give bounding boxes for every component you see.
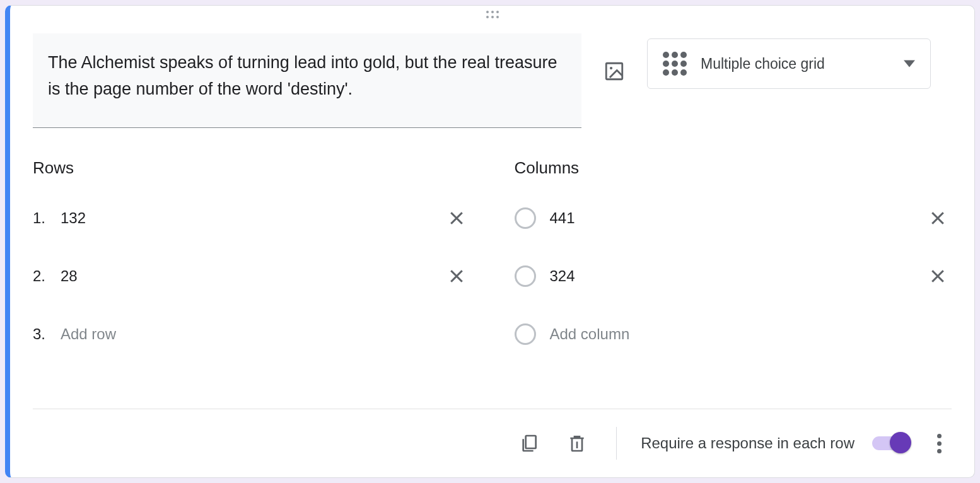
radio-icon [515, 207, 536, 229]
add-column[interactable]: Add column [515, 317, 952, 352]
remove-row-button[interactable] [443, 262, 470, 290]
row-item: 2. 28 [33, 259, 470, 294]
drag-handle[interactable] [33, 6, 952, 21]
column-input[interactable]: 324 [550, 267, 925, 285]
image-icon [604, 61, 625, 82]
question-top-row: The Alchemist speaks of turning lead int… [33, 33, 952, 128]
remove-row-button[interactable] [443, 204, 470, 232]
toggle-knob [890, 432, 911, 453]
question-card: The Alchemist speaks of turning lead int… [5, 5, 975, 478]
more-vertical-icon [937, 434, 942, 438]
columns-column: Columns 441 324 Add column [515, 158, 952, 375]
remove-column-button[interactable] [924, 204, 952, 232]
chevron-down-icon [904, 60, 915, 67]
column-input[interactable]: 441 [550, 209, 925, 227]
svg-rect-0 [606, 63, 622, 79]
rows-title: Rows [33, 158, 470, 178]
close-icon [928, 209, 947, 228]
close-icon [928, 267, 947, 286]
svg-point-1 [610, 67, 612, 69]
question-text-container: The Alchemist speaks of turning lead int… [33, 33, 581, 128]
row-item: 1. 132 [33, 201, 470, 236]
question-type-selector[interactable]: Multiple choice grid [647, 38, 931, 89]
row-input[interactable]: 28 [61, 267, 443, 285]
question-type-label: Multiple choice grid [701, 55, 890, 73]
grid-icon [663, 52, 687, 76]
row-number: 3. [33, 325, 61, 343]
delete-button[interactable] [562, 428, 592, 458]
close-icon [447, 267, 466, 286]
radio-icon [515, 323, 536, 345]
duplicate-icon [519, 433, 539, 453]
add-row-label: Add row [61, 325, 470, 343]
footer-divider [616, 427, 617, 460]
row-number: 2. [33, 267, 61, 285]
row-number: 1. [33, 209, 61, 227]
remove-column-button[interactable] [924, 262, 952, 290]
question-text-input[interactable]: The Alchemist speaks of turning lead int… [33, 33, 581, 128]
drag-dots-icon [486, 11, 499, 18]
close-icon [447, 209, 466, 228]
require-response-label: Require a response in each row [641, 434, 855, 452]
column-item: 324 [515, 259, 952, 294]
add-column-label: Add column [550, 325, 952, 343]
duplicate-button[interactable] [514, 428, 544, 458]
radio-icon [515, 265, 536, 287]
question-footer: Require a response in each row [33, 409, 952, 460]
rows-column: Rows 1. 132 2. 28 3. Add row [33, 158, 470, 375]
row-input[interactable]: 132 [61, 209, 443, 227]
column-item: 441 [515, 201, 952, 236]
more-options-button[interactable] [926, 434, 952, 453]
trash-icon [567, 433, 587, 453]
add-row[interactable]: 3. Add row [33, 317, 470, 352]
columns-title: Columns [515, 158, 952, 178]
require-response-toggle[interactable] [872, 436, 909, 450]
svg-rect-2 [526, 436, 536, 448]
add-image-button[interactable] [599, 56, 629, 86]
grid-body: Rows 1. 132 2. 28 3. Add row Col [33, 158, 952, 375]
